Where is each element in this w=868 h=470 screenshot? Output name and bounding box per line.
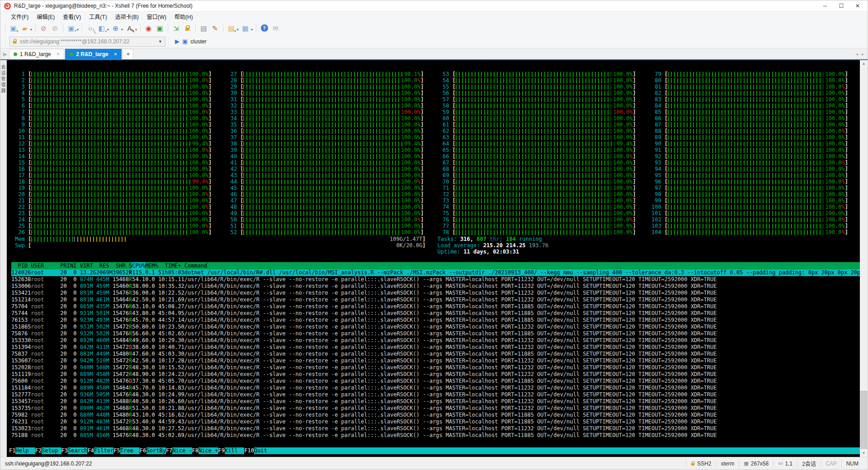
menu-tools[interactable]: 工具(T) (85, 12, 111, 21)
open-sessions-icon[interactable]: ▰ (19, 23, 30, 33)
fkey-f7-key[interactable]: F7 (166, 447, 172, 454)
tab-2[interactable]: 2 R&D_large ✕ (65, 49, 122, 59)
menu-window[interactable]: 窗口(W) (143, 12, 170, 21)
fkey-f3-key[interactable]: F3 (61, 447, 68, 454)
cluster-shortcut-icon[interactable]: ▣ (182, 38, 188, 45)
fkey-f7-label[interactable]: Nice - (172, 447, 192, 454)
font-icon[interactable]: A✎ (124, 23, 135, 33)
session-properties-icon[interactable]: ▣* (66, 23, 76, 33)
menu-file[interactable]: 文件(F) (7, 12, 33, 21)
new-file-icon[interactable]: ▤+ (226, 23, 236, 33)
process-row[interactable]: 153023root200891M461M15468R48.30.010:27.… (11, 425, 860, 432)
fkey-f10-label[interactable]: Quit (254, 447, 274, 454)
lock-screen-icon[interactable] (182, 23, 193, 33)
column-header-pid[interactable]: PID (11, 262, 31, 269)
scrollbar-thumb[interactable] (860, 391, 867, 449)
process-row[interactable]: 153457root200842M413M15488R40.50.010:26.… (11, 398, 860, 405)
menu-edit[interactable]: 编辑(E) (33, 12, 59, 21)
address-dropdown-icon[interactable]: ▼ (158, 39, 162, 44)
scroll-up-icon[interactable]: ▲ (860, 60, 868, 67)
column-header-s[interactable]: S (129, 262, 132, 269)
column-header-user[interactable]: USER (31, 262, 60, 269)
disconnect-all-icon[interactable]: ⊘ (50, 23, 60, 33)
terminal[interactable]: 1[100.0%]2[100.0%]3[100.0%]4[100.0%]5[10… (7, 60, 860, 457)
column-header-virt[interactable]: VIRT (80, 262, 96, 269)
process-row[interactable]: 76231root200912M483M15472R53.40.044:59.4… (11, 418, 860, 425)
fkey-f8-key[interactable]: F8 (192, 447, 198, 454)
process-row[interactable]: 152777root200936M505M15476R48.30.010:24.… (11, 391, 860, 398)
close-button[interactable]: ✕ (849, 1, 866, 11)
fkey-f6-label[interactable]: SortBy (146, 447, 166, 454)
tab-1[interactable]: 1 R&D_large ✕ (9, 49, 64, 59)
disconnect-icon[interactable]: ⊘ (38, 23, 49, 33)
column-header-time[interactable]: TIME+ (158, 262, 184, 269)
process-row[interactable]: 76153root200923M493M15476R45.70.044:57.1… (11, 317, 860, 324)
session-properties-icon-dropdown-icon[interactable]: ▾ (77, 28, 79, 32)
menu-help[interactable]: 帮助(H) (170, 12, 197, 21)
new-tab-button[interactable]: + (123, 49, 133, 59)
maximize-button[interactable]: ☐ (833, 1, 849, 11)
tile-windows-icon[interactable]: ▦ (240, 23, 250, 33)
xshell-icon[interactable]: ◉ (143, 23, 154, 33)
fkey-f2-label[interactable]: Setup (42, 447, 61, 454)
column-header-res[interactable]: RES (96, 262, 113, 269)
tab-1-close-icon[interactable]: ✕ (57, 52, 60, 56)
feedback-icon[interactable]: ✉ (270, 23, 281, 33)
column-header-ni[interactable]: NI (70, 262, 80, 269)
address-input[interactable]: ssh://xieguigang:**********@192.168.0.20… (9, 37, 165, 47)
find-icon[interactable]: ○╲ (85, 23, 95, 33)
run-quick-command-icon[interactable]: ▶ (175, 38, 179, 45)
font-icon-dropdown-icon[interactable]: ▾ (135, 28, 137, 32)
fkey-f4-label[interactable]: Filter (94, 447, 113, 454)
tab-scroll-left-icon[interactable]: ◂ (856, 52, 858, 56)
highlight-pen-icon[interactable]: ✎ (210, 23, 220, 33)
menu-view[interactable]: 查看(V) (59, 12, 85, 21)
new-file-icon-dropdown-icon[interactable]: ▾ (237, 28, 239, 32)
process-row[interactable]: 75188root200885M456M15476R48.30.045:02.6… (11, 432, 860, 439)
fullscreen-icon[interactable]: ⇲ (171, 23, 181, 33)
minimize-button[interactable]: ─ (817, 1, 833, 11)
process-row[interactable]: 151394root200842M411M15472D38.60.010:40.… (11, 344, 860, 351)
terminal-scrollbar[interactable]: ▲ ▼ (860, 60, 868, 457)
process-row[interactable]: 151214root200891M461M15464R42.50.010:21.… (11, 296, 860, 303)
fkey-f6-key[interactable]: F6 (140, 447, 146, 454)
virtual-keyboard-icon[interactable]: ▤ (198, 23, 209, 33)
column-header-cpu[interactable]: CPU% (132, 262, 145, 269)
process-row[interactable]: 75600root200912M482M15476D37.30.045:05.7… (11, 378, 860, 385)
fkey-f9-key[interactable]: F9 (218, 447, 225, 454)
pane-toggle-icon[interactable]: ∥▸ (1, 52, 9, 59)
process-row[interactable]: 152638root200874M445M15468R54.10.010:15.… (11, 276, 860, 283)
process-row[interactable]: 153607root200942M510M15472R42.50.010:17.… (11, 357, 860, 364)
session-count[interactable]: 2会话 (797, 460, 821, 467)
fkey-f10-key[interactable]: F10 (244, 447, 254, 454)
help-icon[interactable]: ? (259, 23, 269, 33)
process-row[interactable]: 75982root200880M448M15480R43.10.045:16.6… (11, 412, 860, 418)
column-header-shr[interactable]: SHR (113, 262, 129, 269)
open-sessions-icon-dropdown-icon[interactable]: ▾ (30, 28, 32, 32)
encoding-globe-icon-dropdown-icon[interactable]: ▾ (121, 28, 123, 32)
process-row[interactable]: 75704root200865M435M15476R63.10.045:08.2… (11, 303, 860, 310)
scroll-down-icon[interactable]: ▼ (860, 450, 868, 457)
column-header-mem[interactable]: MEM% (145, 262, 158, 269)
process-row[interactable]: 152028root200940M508M15472R48.30.010:15.… (11, 364, 860, 371)
xftp-icon[interactable]: ▣ (155, 23, 165, 33)
fkey-f9-label[interactable]: Kill (225, 447, 244, 454)
tab-2-close-icon[interactable]: ✕ (114, 52, 118, 56)
process-row[interactable]: 151184root200889M458M15464R45.70.010:14.… (11, 385, 860, 391)
fkey-f1-key[interactable]: F1 (9, 447, 15, 454)
new-session-icon[interactable]: ▣+ (8, 23, 19, 33)
tile-windows-icon-dropdown-icon[interactable]: ▾ (251, 28, 253, 32)
process-row[interactable]: 75744root200931M501M15476R43.80.045:04.9… (11, 310, 860, 317)
fkey-f3-label[interactable]: Search (68, 447, 87, 454)
process-row[interactable]: 75876root200932M502M15476R56.60.045:02.6… (11, 330, 860, 337)
fkey-f8-label[interactable]: Nice + (198, 447, 218, 454)
fkey-f2-key[interactable]: F2 (35, 447, 42, 454)
column-header-pri[interactable]: PRI (60, 262, 70, 269)
process-row[interactable]: 153421root200891M459M15476R36.00.010:22.… (11, 290, 860, 296)
process-table-header[interactable]: PIDUSERPRINIVIRTRESSHRSCPU%MEM%TIME+Comm… (11, 262, 860, 269)
tab-scroll-right-icon[interactable]: ▸ (862, 52, 864, 56)
fkey-f5-key[interactable]: F5 (113, 447, 120, 454)
process-row[interactable]: 153006root200891M459M15460R38.00.010:35.… (11, 283, 860, 290)
column-header-cmd[interactable]: Command (184, 262, 860, 269)
layout-icon[interactable]: ◧▪ (96, 23, 107, 33)
